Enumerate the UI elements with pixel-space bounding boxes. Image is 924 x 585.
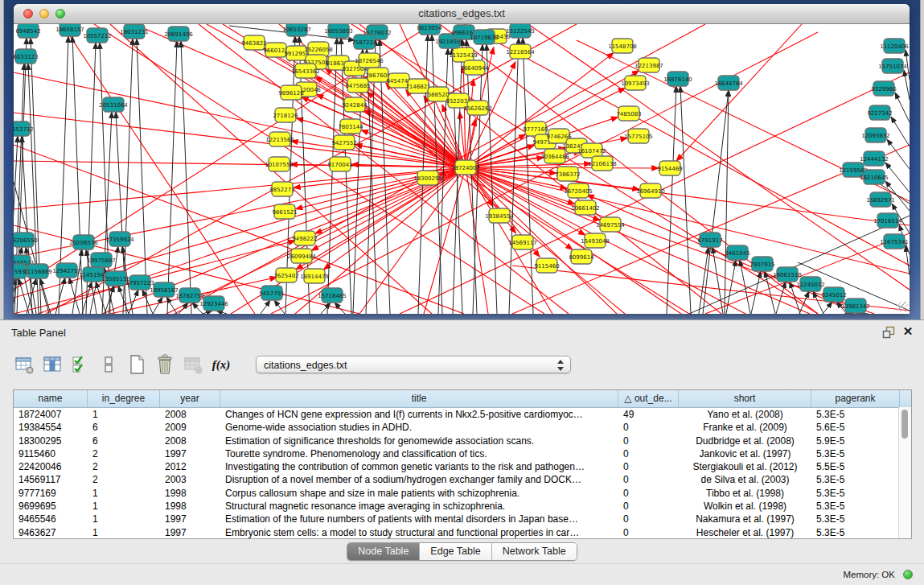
table-mode-button[interactable]: [13, 353, 35, 376]
graph-node[interactable]: 10719638: [470, 30, 499, 44]
graph-node[interactable]: 18031231: [120, 24, 149, 39]
graph-node[interactable]: 11156869: [23, 264, 52, 278]
graph-node[interactable]: 8852271: [269, 182, 294, 196]
graph-node[interactable]: 17359924: [105, 232, 134, 246]
graph-node[interactable]: 12218564: [506, 44, 535, 59]
close-icon[interactable]: ✕: [901, 325, 914, 338]
graph-node[interactable]: 9227342: [867, 105, 892, 120]
graph-node[interactable]: 7587224: [351, 35, 377, 49]
show-columns-button[interactable]: [41, 353, 64, 376]
graph-node[interactable]: 12942757: [52, 263, 81, 278]
table-row[interactable]: 2242004622012Investigating the contribut…: [14, 460, 911, 473]
graph-node[interactable]: 15751074: [878, 59, 907, 73]
tab-edge-table[interactable]: Edge Table: [420, 543, 491, 560]
graph-node[interactable]: 20531064: [99, 97, 128, 112]
column-header-year[interactable]: year: [160, 390, 220, 407]
column-header-pagerank[interactable]: pagerank: [811, 390, 900, 407]
table-selector[interactable]: citations_edges.txt: [256, 356, 571, 373]
graph-node[interactable]: 9115460: [534, 258, 559, 273]
table-row[interactable]: 1938455462009Genome-wide association stu…: [14, 421, 911, 434]
graph-node[interactable]: 9245012: [821, 287, 846, 302]
tab-node-table[interactable]: Node Table: [347, 543, 420, 560]
graph-node[interactable]: 15122543: [506, 24, 535, 38]
network-graph[interactable]: 9463822966012899129541522605893275081654…: [14, 24, 910, 314]
column-header-name[interactable]: name: [14, 390, 88, 407]
graph-node[interactable]: 11675341: [880, 234, 909, 249]
graph-node[interactable]: 9170041: [327, 157, 352, 171]
graph-node[interactable]: 18300295: [413, 171, 442, 185]
graph-node[interactable]: 19958167: [150, 282, 179, 297]
vertical-scrollbar[interactable]: [898, 407, 911, 538]
graph-node[interactable]: 9896128: [278, 85, 303, 100]
table-row[interactable]: 1872400712008Changes of HCN gene express…: [14, 408, 911, 421]
graph-node[interactable]: 9861521: [272, 204, 297, 219]
graph-node[interactable]: 9242844: [342, 97, 368, 112]
graph-node[interactable]: 16640944: [460, 60, 489, 75]
graph-node[interactable]: 9329966: [871, 81, 897, 96]
graph-node[interactable]: 8813054: [417, 24, 442, 35]
graph-node[interactable]: 13981342: [841, 299, 870, 313]
graph-node[interactable]: 20364486: [540, 149, 569, 163]
graph-hub-node[interactable]: 18724007: [451, 160, 480, 175]
graph-node[interactable]: 10653287: [282, 24, 311, 36]
graph-node[interactable]: 15692971: [866, 192, 895, 207]
graph-node[interactable]: 15626263: [463, 101, 492, 115]
table-row[interactable]: 911546021997Tourette syndrome. Phenomeno…: [14, 447, 911, 460]
graph-node[interactable]: 11120406: [880, 39, 909, 53]
graph-node[interactable]: 9498222: [292, 231, 317, 245]
graph-node[interactable]: 18658157: [55, 24, 84, 36]
graph-node[interactable]: 14697554: [596, 217, 625, 232]
graph-node[interactable]: 7386372: [555, 167, 580, 181]
resize-grip-icon[interactable]: [897, 302, 908, 312]
graph-node[interactable]: 7485083: [616, 106, 641, 121]
graph-node[interactable]: 8099614: [569, 249, 594, 264]
graph-node[interactable]: 16543362: [291, 64, 320, 78]
scrollbar-thumb[interactable]: [901, 410, 908, 439]
table-row[interactable]: 977716911998Corpus callosum shape and si…: [14, 487, 911, 500]
graph-node[interactable]: 7625402: [273, 268, 298, 282]
graph-node[interactable]: 20206536: [69, 235, 98, 249]
graph-node[interactable]: 7907915: [749, 257, 774, 271]
graph-node[interactable]: 15775105: [624, 129, 653, 143]
table-row[interactable]: 1830029562008Estimation of significance …: [14, 435, 911, 447]
graph-node[interactable]: 16648784: [714, 76, 743, 90]
graph-node[interactable]: 19975887: [87, 253, 116, 267]
graph-node[interactable]: 20691406: [164, 27, 193, 41]
graph-node[interactable]: 10557212: [83, 28, 112, 43]
graph-node[interactable]: 10661402: [571, 200, 600, 215]
graph-node[interactable]: 9457791: [259, 286, 284, 300]
graph-node[interactable]: 16914479: [300, 269, 329, 283]
graph-node[interactable]: 12444132: [860, 151, 889, 166]
graph-node[interactable]: 12093832: [861, 128, 890, 142]
graph-node[interactable]: 12245012: [796, 277, 825, 291]
graph-node[interactable]: 26099484: [287, 249, 316, 263]
graph-node[interactable]: 12213987: [634, 58, 663, 72]
graph-node[interactable]: 15493048: [581, 233, 610, 248]
graph-node[interactable]: 12106138: [588, 156, 617, 171]
network-canvas[interactable]: 9463822966012899129541522605893275081654…: [14, 24, 910, 314]
graph-node[interactable]: 2718126: [273, 108, 298, 122]
graph-node[interactable]: 7803144: [338, 119, 363, 134]
graph-node[interactable]: 6948542: [15, 24, 40, 38]
graph-node[interactable]: 16720405: [564, 183, 593, 198]
float-window-icon[interactable]: [882, 326, 895, 339]
graph-node[interactable]: 6791917: [697, 233, 722, 247]
graph-node[interactable]: 18726546: [355, 53, 384, 68]
import-table-button[interactable]: [182, 353, 204, 376]
graph-node[interactable]: 12923446: [199, 296, 228, 311]
tab-network-table[interactable]: Network Table: [492, 543, 577, 560]
graph-node[interactable]: 11548708: [608, 39, 637, 53]
graph-node[interactable]: 9475685: [345, 78, 370, 93]
graph-node[interactable]: 6033123: [14, 49, 39, 64]
graph-node[interactable]: 9427552: [331, 135, 356, 150]
select-columns-button[interactable]: [69, 353, 92, 376]
row-height-button[interactable]: [97, 353, 120, 376]
graph-node[interactable]: 12213563: [265, 132, 294, 146]
graph-node[interactable]: 26206550: [14, 233, 38, 247]
graph-node[interactable]: 14569117: [508, 235, 537, 249]
graph-node[interactable]: 17016514: [873, 213, 902, 228]
table-row[interactable]: 969969511998Structural magnetic resonanc…: [14, 500, 911, 513]
table-row[interactable]: 1456911722003Disruption of a novel membe…: [14, 473, 911, 486]
graph-node[interactable]: 16061518: [773, 267, 802, 282]
new-table-button[interactable]: [125, 353, 148, 376]
